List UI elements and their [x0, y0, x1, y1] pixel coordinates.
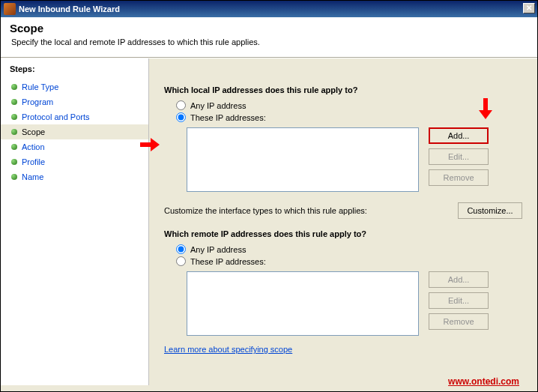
local-these-ip-option[interactable]: These IP addresses:: [176, 112, 522, 122]
watermark-text: www.ontedi.com: [448, 376, 519, 387]
remote-these-ip-label: These IP addresses:: [190, 257, 266, 266]
remote-any-ip-radio[interactable]: [176, 244, 186, 254]
sidebar-step-name[interactable]: Name: [10, 169, 142, 184]
local-ip-listbox[interactable]: [187, 127, 419, 192]
remote-add-button: Add...: [429, 271, 489, 288]
step-bullet-icon: [11, 174, 17, 180]
page-title: Scope: [10, 22, 528, 34]
remote-ip-question: Which remote IP addresses does this rule…: [164, 229, 522, 238]
main-panel: Which local IP addresses does this rule …: [149, 58, 537, 385]
local-any-ip-label: Any IP address: [190, 101, 246, 110]
step-link[interactable]: Program: [22, 97, 53, 106]
local-these-ip-radio[interactable]: [176, 112, 186, 122]
local-add-button[interactable]: Add...: [429, 127, 489, 144]
step-link[interactable]: Name: [22, 172, 43, 181]
step-link[interactable]: Protocol and Ports: [22, 112, 90, 121]
sidebar-step-protocol-and-ports[interactable]: Protocol and Ports: [10, 109, 142, 124]
remote-any-ip-label: Any IP address: [190, 245, 246, 254]
step-bullet-icon: [11, 144, 17, 150]
remote-remove-button: Remove: [429, 313, 489, 330]
sidebar-step-action[interactable]: Action: [10, 139, 142, 154]
remote-ip-listbox[interactable]: [187, 271, 419, 336]
step-link[interactable]: Scope: [22, 127, 45, 136]
remote-these-ip-radio[interactable]: [176, 256, 186, 266]
step-link[interactable]: Action: [22, 142, 45, 151]
page-subtitle: Specify the local and remote IP addresse…: [11, 37, 528, 46]
remote-these-ip-option[interactable]: These IP addresses:: [176, 256, 522, 266]
steps-heading: Steps:: [10, 64, 142, 73]
steps-sidebar: Steps: Rule TypeProgramProtocol and Port…: [1, 58, 149, 385]
local-any-ip-option[interactable]: Any IP address: [176, 100, 522, 110]
local-edit-button: Edit...: [429, 148, 489, 165]
titlebar: New Inbound Rule Wizard ✕: [1, 1, 537, 17]
sidebar-step-profile[interactable]: Profile: [10, 154, 142, 169]
sidebar-step-program[interactable]: Program: [10, 94, 142, 109]
learn-more-link[interactable]: Learn more about specifying scope: [164, 345, 292, 354]
step-bullet-icon: [11, 84, 17, 90]
sidebar-step-rule-type[interactable]: Rule Type: [10, 79, 142, 94]
step-bullet-icon: [11, 159, 17, 165]
close-button[interactable]: ✕: [523, 3, 535, 13]
window-title: New Inbound Rule Wizard: [19, 4, 120, 13]
step-bullet-icon: [11, 99, 17, 105]
customize-text: Customize the interface types to which t…: [164, 206, 367, 215]
remote-any-ip-option[interactable]: Any IP address: [176, 244, 522, 254]
local-these-ip-label: These IP addresses:: [190, 113, 266, 122]
wizard-header: Scope Specify the local and remote IP ad…: [1, 17, 537, 58]
customize-button[interactable]: Customize...: [458, 202, 522, 219]
local-ip-question: Which local IP addresses does this rule …: [164, 85, 522, 94]
remote-edit-button: Edit...: [429, 292, 489, 309]
local-any-ip-radio[interactable]: [176, 100, 186, 110]
wizard-window: New Inbound Rule Wizard ✕ Scope Specify …: [0, 0, 538, 392]
step-bullet-icon: [11, 129, 17, 135]
step-link[interactable]: Profile: [22, 157, 45, 166]
firewall-icon: [4, 3, 16, 15]
local-remove-button: Remove: [429, 169, 489, 186]
step-link[interactable]: Rule Type: [22, 82, 58, 91]
sidebar-step-scope[interactable]: Scope: [1, 124, 148, 139]
step-bullet-icon: [11, 114, 17, 120]
